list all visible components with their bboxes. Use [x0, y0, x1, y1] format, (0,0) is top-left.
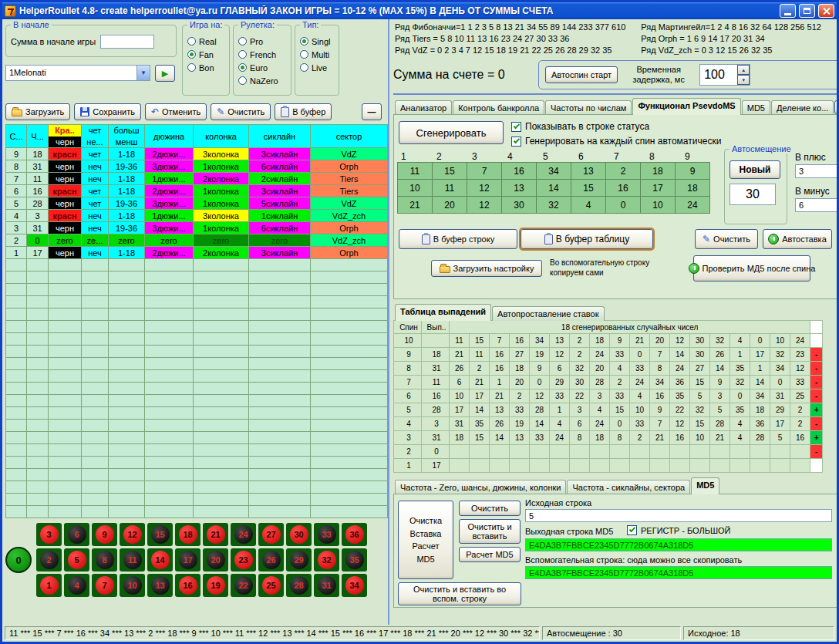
radio-French[interactable]: French	[238, 48, 288, 61]
spinner-up-button[interactable]: ▲	[737, 65, 750, 75]
generate-each-spin-checkbox[interactable]: Генерировать на каждый спин автоматическ…	[511, 136, 721, 147]
undo-button[interactable]: ↶Отменить	[145, 103, 207, 120]
to-buffer-button[interactable]: В буфер	[275, 103, 332, 120]
md5-calc-button[interactable]: Расчет MD5	[459, 547, 521, 562]
radio-Fan[interactable]: Fan	[187, 48, 226, 61]
preset-select[interactable]: 1Melonati ▼	[5, 65, 150, 81]
board-number-32[interactable]: 32	[314, 548, 339, 572]
clear-button[interactable]: ✎Очистить	[211, 103, 271, 120]
md5-clear-paste-button[interactable]: Очистить и вставить	[459, 519, 521, 544]
radio-Live[interactable]: Live	[300, 61, 335, 74]
load-settings-button[interactable]: Загрузить настройку	[431, 260, 542, 277]
board-number-16[interactable]: 16	[175, 574, 200, 597]
tab-MD5[interactable]: MD5	[742, 100, 770, 115]
board-number-8[interactable]: 8	[92, 548, 117, 572]
tabs-scroll-left-button[interactable]: ◄	[834, 100, 839, 114]
radio-Pro[interactable]: Pro	[238, 35, 288, 48]
spinner-down-button[interactable]: ▼	[737, 75, 750, 85]
board-number-36[interactable]: 36	[342, 523, 367, 546]
autobet-button[interactable]: Автоставка	[763, 229, 832, 249]
check-md5-button[interactable]: Проверить МД5 после спина	[693, 255, 810, 282]
board-number-14[interactable]: 14	[147, 548, 173, 572]
tab-MD5[interactable]: MD5	[691, 477, 719, 494]
buffer-row-button[interactable]: В буфер строку	[399, 229, 517, 249]
md5-clear-button[interactable]: Очистить	[459, 501, 521, 516]
board-number-13[interactable]: 13	[147, 574, 173, 597]
generate-button[interactable]: Сгенерировать	[399, 121, 504, 144]
md5-output-field[interactable]: E4DA3B7FBBCE2345D7772B0674A318D5	[525, 538, 832, 551]
board-number-34[interactable]: 34	[342, 574, 367, 597]
radio-Bon[interactable]: Bon	[187, 61, 226, 74]
board-number-11[interactable]: 11	[120, 548, 145, 572]
board-number-30[interactable]: 30	[286, 523, 312, 546]
radio-Euro[interactable]: Euro	[238, 61, 288, 74]
board-number-7[interactable]: 7	[92, 574, 117, 597]
titlebar[interactable]: HelperRoullet 4.8- create helperroullet@…	[2, 2, 837, 19]
board-number-18[interactable]: 18	[175, 523, 200, 546]
board-number-31[interactable]: 31	[314, 574, 339, 597]
board-number-1[interactable]: 1	[36, 574, 62, 597]
minimize-button[interactable]	[780, 4, 796, 18]
maximize-button[interactable]	[799, 4, 815, 18]
radio-NaZero[interactable]: NaZero	[238, 74, 288, 87]
md5-clear-paste-aux-button[interactable]: Очистить и вставить во вспом. строку	[398, 582, 521, 605]
tab-Деление ко...[interactable]: Деление ко...	[771, 100, 834, 115]
play-button[interactable]: ▶	[155, 65, 175, 82]
board-number-27[interactable]: 27	[258, 523, 284, 546]
chevron-down-icon[interactable]: ▼	[136, 66, 150, 80]
board-number-23[interactable]: 23	[231, 548, 256, 572]
board-number-24[interactable]: 24	[231, 523, 256, 546]
tab-Функционал PsevdoMS[interactable]: Функционал PsevdoMS	[632, 98, 740, 115]
board-number-28[interactable]: 28	[286, 574, 312, 597]
tab-Частота - Zero, шансы, дюжины, колонки[interactable]: Частота - Zero, шансы, дюжины, колонки	[395, 480, 566, 494]
board-number-21[interactable]: 21	[203, 523, 228, 546]
board-number-15[interactable]: 15	[147, 523, 173, 546]
save-button[interactable]: Сохранить	[74, 103, 141, 120]
tab-Контроль банкролла[interactable]: Контроль банкролла	[453, 100, 544, 115]
load-button[interactable]: Загрузить	[5, 103, 70, 120]
board-number-22[interactable]: 22	[231, 574, 256, 597]
board-number-25[interactable]: 25	[258, 574, 284, 597]
radio-Real[interactable]: Real	[187, 35, 226, 48]
begin-sum-input[interactable]	[100, 35, 154, 49]
board-number-35[interactable]: 35	[342, 548, 367, 572]
board-number-2[interactable]: 2	[36, 548, 62, 572]
board-number-4[interactable]: 4	[64, 574, 89, 597]
delay-input[interactable]	[700, 65, 737, 85]
board-number-9[interactable]: 9	[92, 523, 117, 546]
board-number-19[interactable]: 19	[203, 574, 228, 597]
md5-source-input[interactable]	[525, 509, 832, 522]
tab-Автопроставление ставок[interactable]: Автопроставление ставок	[492, 306, 604, 321]
buffer-table-button[interactable]: В буфер таблицу	[521, 229, 653, 249]
register-uppercase-checkbox[interactable]: РЕГИСТР - БОЛЬШОЙ	[627, 525, 730, 535]
md5-source-label: Исходная строка	[525, 498, 591, 507]
md5-aux-field[interactable]: E4DA3B7FBBCE2345D7772B0674A318D5	[525, 566, 832, 579]
board-number-26[interactable]: 26	[258, 548, 284, 572]
board-number-0[interactable]: 0	[5, 547, 32, 573]
board-number-17[interactable]: 17	[175, 548, 200, 572]
board-number-5[interactable]: 5	[64, 548, 89, 572]
minus-input[interactable]	[795, 198, 839, 212]
collapse-button[interactable]: —	[362, 103, 382, 120]
tab-Таблица выпадений[interactable]: Таблица выпадений	[395, 304, 491, 321]
board-number-3[interactable]: 3	[36, 523, 62, 546]
radio-Multi[interactable]: Multi	[300, 48, 335, 61]
tab-Частоты по числам[interactable]: Частоты по числам	[545, 100, 632, 115]
plus-input[interactable]	[795, 164, 839, 178]
autospin-start-button[interactable]: Автоспин старт	[545, 66, 618, 83]
history-cell-empty	[6, 358, 27, 370]
board-number-12[interactable]: 12	[120, 523, 145, 546]
board-number-10[interactable]: 10	[120, 574, 145, 597]
board-number-29[interactable]: 29	[286, 548, 312, 572]
show-in-status-checkbox[interactable]: Показывать в строке статуса	[511, 121, 649, 132]
radio-Singl[interactable]: Singl	[300, 35, 335, 48]
board-number-6[interactable]: 6	[64, 523, 89, 546]
md5-big-button[interactable]: Очистка Вставка Расчет MD5	[398, 501, 453, 579]
clear-grid-button[interactable]: ✎Очистить	[695, 229, 758, 249]
close-button[interactable]	[818, 4, 834, 18]
board-number-20[interactable]: 20	[203, 548, 228, 572]
tab-Частота - сиклайны, сектора[interactable]: Частота - сиклайны, сектора	[567, 480, 690, 494]
board-number-33[interactable]: 33	[314, 523, 339, 546]
tab-Анализатор[interactable]: Анализатор	[395, 100, 452, 115]
new-button[interactable]: Новый	[729, 160, 780, 179]
